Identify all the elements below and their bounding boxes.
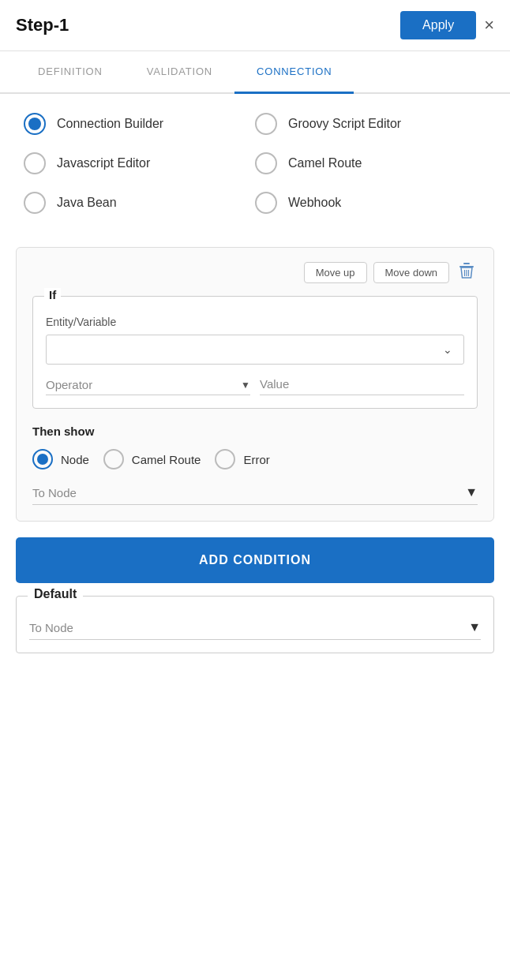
- apply-button[interactable]: Apply: [400, 11, 476, 39]
- radio-row-3: Java Bean Webhook: [24, 192, 486, 214]
- radio-col-camel-route[interactable]: Camel Route: [255, 152, 486, 174]
- to-node-row[interactable]: To Node ▼: [32, 485, 478, 505]
- delete-condition-button[interactable]: [456, 260, 478, 285]
- then-show-section: Then show Node Camel Route Error To Node…: [32, 425, 478, 505]
- header: Step-1 Apply ×: [0, 0, 510, 51]
- if-label: If: [44, 288, 61, 301]
- card-toolbar: Move up Move down: [32, 260, 478, 285]
- radio-groovy-script-editor[interactable]: [255, 113, 277, 135]
- then-radio-circle-node[interactable]: [32, 449, 53, 469]
- radio-label-connection-builder: Connection Builder: [57, 117, 163, 131]
- condition-card: Move up Move down If Entity/Variable ⌄ O…: [16, 247, 494, 522]
- operator-arrow: ▼: [241, 380, 250, 391]
- value-label: Value: [260, 377, 289, 391]
- radio-row-2: Javascript Editor Camel Route: [24, 152, 486, 174]
- page-title: Step-1: [16, 15, 69, 36]
- tab-definition[interactable]: DEFINITION: [16, 51, 125, 94]
- operator-value-row: Operator ▼ Value: [46, 377, 464, 395]
- radio-col-connection-builder[interactable]: Connection Builder: [24, 113, 255, 135]
- header-actions: Apply ×: [400, 11, 494, 39]
- radio-webhook[interactable]: [255, 192, 277, 214]
- if-block: If Entity/Variable ⌄ Operator ▼ Value: [32, 296, 478, 409]
- then-radio-camel[interactable]: Camel Route: [103, 449, 201, 469]
- radio-col-javascript[interactable]: Javascript Editor: [24, 152, 255, 174]
- radio-label-webhook: Webhook: [288, 196, 341, 210]
- default-to-node-select[interactable]: To Node ▼: [29, 620, 481, 640]
- entity-variable-select[interactable]: ⌄: [46, 335, 464, 365]
- entity-variable-label: Entity/Variable: [46, 316, 464, 328]
- radio-col-java-bean[interactable]: Java Bean: [24, 192, 255, 214]
- default-to-node-row: To Node ▼: [29, 620, 481, 640]
- editor-type-group: Connection Builder Groovy Script Editor …: [0, 94, 510, 239]
- radio-javascript-editor[interactable]: [24, 152, 46, 174]
- value-input[interactable]: Value: [260, 377, 464, 395]
- then-label-error: Error: [243, 453, 269, 466]
- default-card: Default To Node ▼: [16, 596, 494, 653]
- radio-java-bean[interactable]: [24, 192, 46, 214]
- trash-icon: [459, 262, 474, 279]
- radio-row-1: Connection Builder Groovy Script Editor: [24, 113, 486, 135]
- tabs-bar: DEFINITION VALIDATION CONNECTION: [0, 51, 510, 94]
- then-radio-circle-camel[interactable]: [103, 449, 124, 469]
- radio-label-camel-route: Camel Route: [288, 156, 362, 170]
- move-up-button[interactable]: Move up: [304, 262, 367, 283]
- to-node-label: To Node: [32, 486, 77, 499]
- then-radio-error[interactable]: Error: [215, 449, 269, 469]
- then-label-camel: Camel Route: [132, 453, 201, 466]
- svg-rect-1: [463, 263, 470, 264]
- close-button[interactable]: ×: [484, 17, 494, 34]
- operator-label: Operator: [46, 378, 92, 391]
- to-node-arrow: ▼: [465, 485, 478, 499]
- then-radio-node[interactable]: Node: [32, 449, 89, 469]
- default-to-node-label: To Node: [29, 621, 73, 634]
- tab-validation[interactable]: VALIDATION: [125, 51, 234, 94]
- radio-label-javascript: Javascript Editor: [57, 156, 150, 170]
- radio-connection-builder[interactable]: [24, 113, 46, 135]
- default-label: Default: [28, 587, 83, 601]
- radio-label-groovy: Groovy Script Editor: [288, 117, 401, 131]
- operator-select[interactable]: Operator ▼: [46, 378, 250, 395]
- tab-connection[interactable]: CONNECTION: [234, 51, 354, 94]
- then-show-label: Then show: [32, 425, 478, 438]
- entity-variable-arrow: ⌄: [443, 343, 452, 356]
- radio-camel-route[interactable]: [255, 152, 277, 174]
- then-radio-row: Node Camel Route Error: [32, 449, 478, 469]
- then-label-node: Node: [61, 453, 89, 466]
- radio-col-webhook[interactable]: Webhook: [255, 192, 486, 214]
- add-condition-button[interactable]: ADD CONDITION: [16, 537, 494, 583]
- move-down-button[interactable]: Move down: [373, 262, 449, 283]
- then-radio-circle-error[interactable]: [215, 449, 235, 469]
- default-to-node-arrow: ▼: [468, 620, 481, 634]
- radio-col-groovy[interactable]: Groovy Script Editor: [255, 113, 486, 135]
- radio-label-java-bean: Java Bean: [57, 196, 117, 210]
